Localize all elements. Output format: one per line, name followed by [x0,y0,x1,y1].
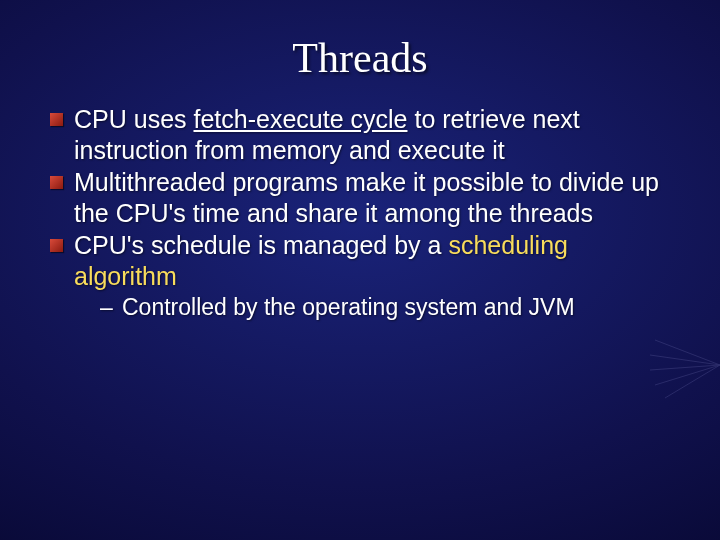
svg-line-2 [650,365,720,370]
bullet-item: CPU's schedule is managed by a schedulin… [50,230,672,321]
bullet-text-underline: fetch-execute cycle [193,105,407,133]
bullet-text-pre: CPU uses [74,105,193,133]
svg-line-1 [650,355,720,365]
svg-line-0 [655,340,720,365]
bullet-text-pre: CPU's schedule is managed by a [74,231,448,259]
sub-bullet-list: Controlled by the operating system and J… [100,293,672,321]
slide-title: Threads [0,0,720,104]
sub-bullet-text: Controlled by the operating system and J… [122,294,575,320]
bullet-list: CPU uses fetch-execute cycle to retrieve… [50,104,672,321]
bullet-item: CPU uses fetch-execute cycle to retrieve… [50,104,672,165]
svg-line-4 [665,365,720,398]
svg-line-3 [655,365,720,385]
sub-bullet-item: Controlled by the operating system and J… [100,293,672,321]
bullet-text: Multithreaded programs make it possible … [74,168,659,227]
slide: Threads CPU uses fetch-execute cycle to … [0,0,720,540]
bullet-item: Multithreaded programs make it possible … [50,167,672,228]
slide-body: CPU uses fetch-execute cycle to retrieve… [0,104,720,321]
decorative-rays-icon [650,330,720,400]
